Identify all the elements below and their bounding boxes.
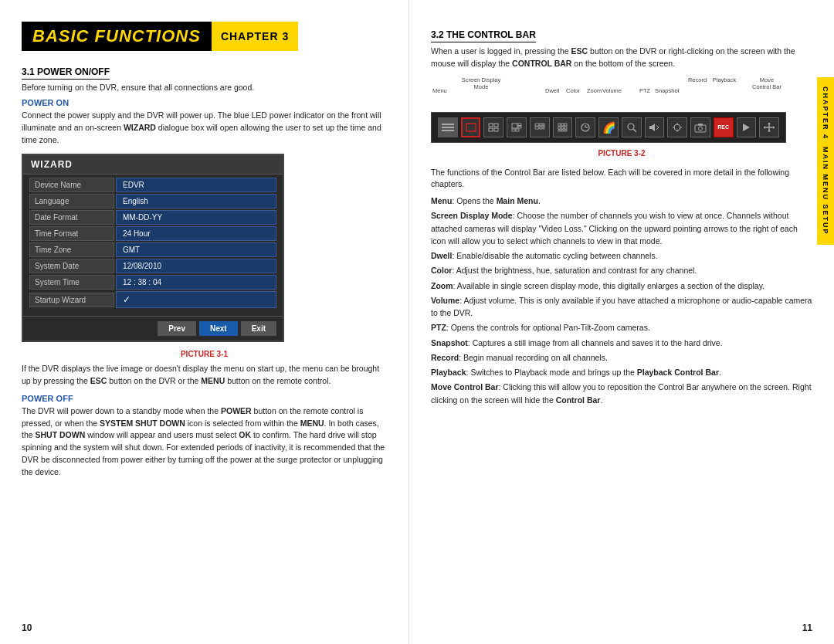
volume-icon xyxy=(645,117,665,137)
svg-rect-8 xyxy=(512,124,517,128)
def-menu: Menu: Opens the Main Menu. xyxy=(431,195,812,207)
picture-32-label: PICTURE 3-2 xyxy=(431,149,812,158)
screen-9-icon xyxy=(553,117,573,137)
svg-rect-23 xyxy=(561,127,564,129)
cb-lbl-menu: Menu xyxy=(432,87,447,94)
cb-lbl-ptz: PTZ xyxy=(639,87,650,94)
playback-icon xyxy=(737,117,757,137)
cb-label-row: Menu Screen DisplayMode Dwell Color Zoom… xyxy=(431,76,788,106)
def-screen-display: Screen Display Mode: Choose the number o… xyxy=(431,209,812,247)
chapter-tab: Chapter 4 Main Menu Setup xyxy=(817,77,834,245)
svg-point-31 xyxy=(628,124,634,130)
svg-marker-50 xyxy=(773,126,775,129)
chapter-title: Basic Functions xyxy=(32,26,201,46)
next-button[interactable]: Next xyxy=(199,321,238,336)
section-32-heading: 3.2 The Control Bar xyxy=(431,29,536,42)
svg-rect-11 xyxy=(512,129,515,131)
power-off-body: The DVR will power down to a standby mod… xyxy=(22,405,387,479)
wizard-value-date-format: MM-DD-YY xyxy=(116,210,276,225)
chapter-tab-text: Chapter 4 Main Menu Setup xyxy=(822,86,829,236)
svg-marker-44 xyxy=(743,124,750,131)
def-record: Record: Begin manual recording on all ch… xyxy=(431,351,812,364)
cb-lbl-playback: Playback xyxy=(709,76,740,83)
cb-lbl-volume: Volume xyxy=(602,87,622,94)
svg-rect-7 xyxy=(494,128,498,131)
svg-rect-5 xyxy=(494,124,498,127)
svg-rect-18 xyxy=(543,127,544,129)
svg-rect-6 xyxy=(489,128,493,131)
zoom-icon xyxy=(622,117,642,137)
svg-rect-22 xyxy=(558,127,561,129)
section-32: 3.2 The Control Bar When a user is logge… xyxy=(431,22,812,406)
wizard-row-system-date: System Date 12/08/2010 xyxy=(29,259,276,273)
svg-rect-24 xyxy=(564,127,567,129)
wizard-row-system-time: System Time 12 : 38 : 04 xyxy=(29,275,276,290)
cb-lbl-zoom: Zoom xyxy=(587,87,602,94)
page-left: Basic Functions Chapter 3 3.1 Power On/O… xyxy=(0,0,409,644)
wizard-label-system-date: System Date xyxy=(29,259,114,273)
page-number-left: 10 xyxy=(22,622,32,633)
wizard-value-startup-wizard: ✓ xyxy=(116,291,276,308)
wizard-row-time-format: Time Format 24 Hour xyxy=(29,226,276,241)
def-zoom: Zoom: Available in single screen display… xyxy=(431,280,812,292)
section-31-heading: 3.1 Power On/Off xyxy=(22,66,110,80)
svg-rect-2 xyxy=(442,130,454,131)
svg-point-42 xyxy=(698,127,702,130)
screen-4-icon xyxy=(483,117,503,137)
wizard-label-language: Language xyxy=(29,194,114,208)
svg-line-35 xyxy=(656,127,659,130)
def-color: Color: Adjust the brightness, hue, satur… xyxy=(431,264,812,276)
svg-rect-25 xyxy=(558,130,561,131)
def-ptz: PTZ: Opens the controls for optional Pan… xyxy=(431,321,812,334)
exit-button[interactable]: Exit xyxy=(241,321,276,336)
chapter-badge: Chapter 3 xyxy=(212,22,298,51)
svg-rect-10 xyxy=(518,126,521,128)
wizard-footer: Prev Next Exit xyxy=(23,316,283,341)
wizard-row-language: Language English xyxy=(29,194,276,208)
svg-marker-48 xyxy=(768,130,771,132)
wizard-value-system-date: 12/08/2010 xyxy=(116,259,276,273)
definitions-list: Menu: Opens the Main Menu. Screen Displa… xyxy=(431,195,812,406)
wizard-label-time-zone: Time Zone xyxy=(29,242,114,257)
power-on-heading: Power On xyxy=(22,98,387,107)
svg-rect-16 xyxy=(535,127,539,129)
power-off-note: If the DVR displays the live image or do… xyxy=(22,363,387,388)
screen-1-icon xyxy=(461,117,481,137)
def-dwell: Dwell: Enable/disable the automatic cycl… xyxy=(431,249,812,262)
svg-rect-4 xyxy=(489,124,493,127)
wizard-row-startup-wizard: Startup Wizard ✓ xyxy=(29,291,276,308)
section-32-intro: When a user is logged in, pressing the E… xyxy=(431,46,812,70)
wizard-row-device-name: Device Name EDVR xyxy=(29,178,276,192)
svg-line-34 xyxy=(656,125,659,127)
prev-button[interactable]: Prev xyxy=(158,321,196,336)
wizard-title-bar: WIZARD xyxy=(23,155,283,175)
svg-rect-13 xyxy=(535,124,539,126)
svg-rect-20 xyxy=(561,124,564,126)
svg-rect-41 xyxy=(695,125,706,132)
wizard-label-device-name: Device Name xyxy=(29,178,114,192)
color-icon: 🌈 xyxy=(598,117,619,137)
svg-rect-3 xyxy=(466,124,476,131)
cb-lbl-record: Record xyxy=(686,76,709,83)
wizard-label-time-format: Time Format xyxy=(29,226,114,241)
wizard-label-date-format: Date Format xyxy=(29,210,114,225)
svg-rect-19 xyxy=(558,124,561,126)
svg-line-32 xyxy=(633,129,636,132)
wizard-box: WIZARD Device Name EDVR Language English… xyxy=(22,154,284,342)
def-playback: Playback: Switches to Playback mode and … xyxy=(431,366,812,378)
ptz-icon xyxy=(667,117,687,137)
svg-rect-21 xyxy=(564,124,567,126)
section-31: 3.1 Power On/Off Before turning on the D… xyxy=(22,59,387,478)
def-move-control-bar: Move Control Bar: Clicking this will all… xyxy=(431,381,812,406)
chapter-badge-text: Chapter 3 xyxy=(221,30,289,42)
svg-rect-17 xyxy=(540,127,542,129)
wizard-body: Device Name EDVR Language English Date F… xyxy=(23,175,283,316)
cb-lbl-color: Color xyxy=(566,87,580,94)
svg-rect-26 xyxy=(561,130,564,131)
svg-rect-43 xyxy=(698,124,703,126)
wizard-row-time-zone: Time Zone GMT xyxy=(29,242,276,257)
control-bar-icons: 🌈 REC xyxy=(431,112,786,143)
wizard-title: WIZARD xyxy=(31,159,73,170)
svg-point-36 xyxy=(674,124,680,130)
wizard-value-system-time: 12 : 38 : 04 xyxy=(116,275,276,290)
